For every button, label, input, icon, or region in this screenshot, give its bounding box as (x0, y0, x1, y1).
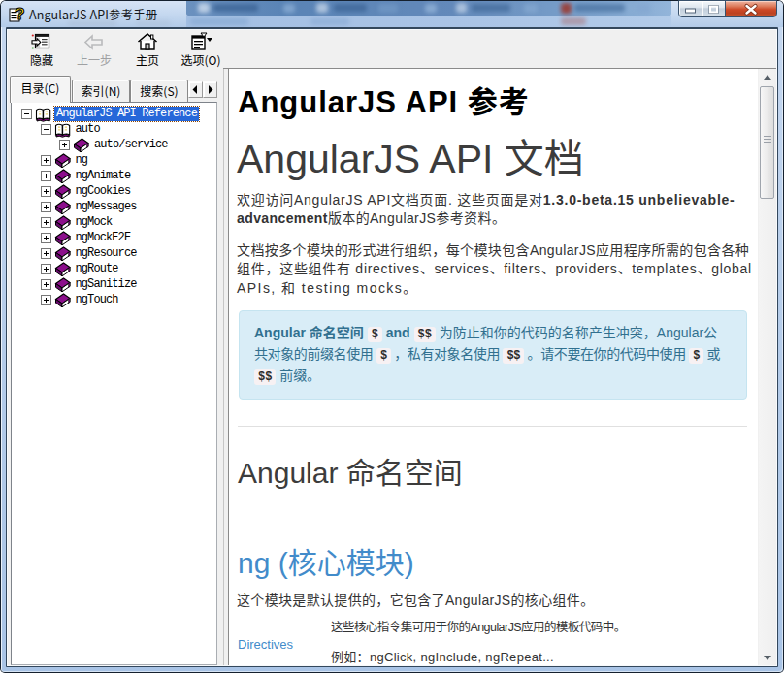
tree-ngMessages[interactable]: ngMessages (0, 200, 784, 215)
tree-ng[interactable]: ng (0, 153, 784, 169)
toolbar: 隐藏 上一步 主页 (8, 30, 776, 69)
doc-d1: 这些核心指令集可用于你的AngularJS应用的模板代码中。 (331, 619, 626, 637)
tree-ngResource[interactable]: ngResource (0, 246, 784, 262)
tree-ngRoute[interactable]: ngRoute (0, 262, 784, 277)
tab-scroll-left[interactable] (188, 81, 203, 98)
tree-ngCookies[interactable]: ngCookies (0, 184, 784, 200)
doc-callout: Angular 命名空间 $ and $$ 为防止和你的代码的名称产生冲突，An… (239, 310, 747, 400)
tree-ngAnimate[interactable]: ngAnimate (0, 169, 784, 184)
doc-d2: 例如：ngClick, ngInclude, ngRepeat... (331, 648, 554, 666)
scroll-down[interactable] (759, 649, 776, 665)
chm-viewer: ? AngularJS API参考手册 隐藏 (0, 0, 784, 673)
tree-ngTouch[interactable]: ngTouch (0, 293, 784, 308)
caption-buttons (678, 0, 777, 19)
doc-h1b: Angular 命名空间 (238, 459, 463, 488)
btn-close[interactable] (725, 0, 777, 17)
scroll-up[interactable] (759, 69, 776, 85)
tab-scroll-right[interactable] (203, 81, 217, 98)
btn-options[interactable]: 选项(O) (175, 30, 227, 69)
doc-callout-l2: 共对象的前缀名使用 $ ，私有对象名使用 $$ 。请不要在你的代码中使用 $ 或 (254, 343, 720, 365)
doc-hr (238, 426, 747, 427)
doc-ng[interactable]: ng (核心模块) (238, 549, 414, 578)
btn-maximize[interactable] (702, 0, 726, 17)
bg-tabs-band2 (186, 16, 671, 27)
window-title: AngularJS API参考手册 (29, 7, 157, 22)
tree-ngMock[interactable]: ngMock (0, 215, 784, 231)
tab-index[interactable]: 索引(N) (72, 80, 130, 103)
doc-p3: 这个模块是默认提供的，它包含了AngularJS的核心组件。 (237, 592, 595, 611)
tree-ngSanitize[interactable]: ngSanitize (0, 277, 784, 293)
window-icon: ? (9, 6, 25, 22)
tab-search[interactable]: 搜索(S) (130, 80, 188, 103)
doc-directives[interactable]: Directives (238, 635, 293, 655)
btn-hide[interactable]: 隐藏 (21, 30, 62, 69)
btn-back[interactable]: 上一步 (72, 30, 116, 69)
doc-callout-l3: $$ 前缀。 (254, 365, 320, 386)
tree-autoservice[interactable]: auto/service (0, 138, 784, 153)
doc-callout-l1: Angular 命名空间 $ and $$ 为防止和你的代码的名称产生冲突，An… (254, 322, 717, 343)
btn-home[interactable]: 主页 (126, 30, 169, 69)
svg-text:?: ? (15, 6, 24, 22)
tree-AngularJSAPIReference[interactable]: AngularJS API Reference (0, 107, 784, 122)
btn-minimize[interactable] (678, 0, 702, 17)
tab-contents[interactable]: 目录(C) (10, 76, 71, 103)
tree-ngMockEE[interactable]: ngMockE2E (0, 231, 784, 246)
tree-auto[interactable]: auto (0, 122, 784, 138)
